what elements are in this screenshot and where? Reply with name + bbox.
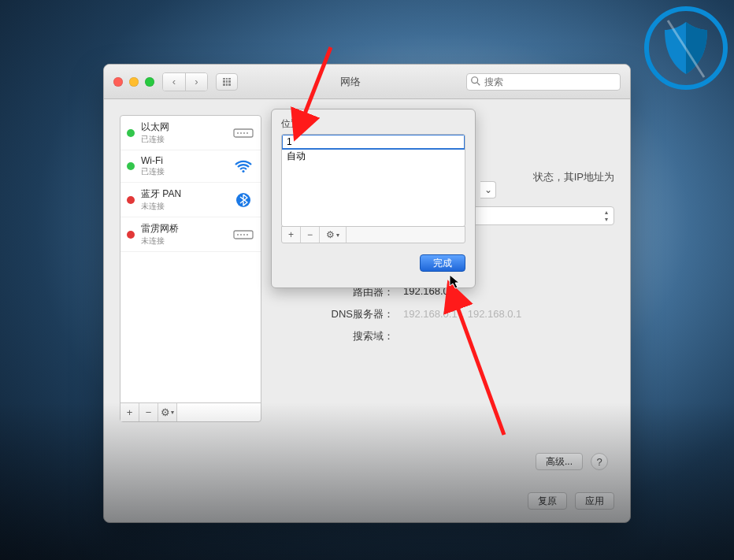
chevron-down-icon: ▾: [171, 409, 174, 416]
apply-button[interactable]: 应用: [575, 492, 614, 510]
service-subtitle: 已连接: [141, 134, 226, 145]
desktop-background: ‹ › 网络 位 ⌄: [0, 0, 734, 560]
cursor-icon: [449, 274, 462, 290]
network-services-sidebar: 以太网 已连接: [120, 115, 261, 422]
svg-point-4: [237, 132, 239, 134]
gear-icon: ⚙︎: [326, 229, 335, 240]
close-window-button[interactable]: [113, 77, 123, 87]
wifi-icon: [232, 158, 254, 174]
dialog-footer: + − ⚙︎▾: [281, 226, 465, 243]
traffic-lights: [113, 77, 154, 87]
search-input[interactable]: [466, 73, 621, 91]
sidebar-footer: + − ⚙︎▾: [120, 402, 261, 421]
status-dot: [127, 162, 135, 170]
location-name: 自动: [287, 150, 306, 163]
service-bluetooth-pan[interactable]: 蓝牙 PAN 未连接: [120, 183, 261, 217]
edit-locations-dialog: 位置 自动 + − ⚙︎▾ 完成: [271, 109, 476, 288]
minimize-window-button[interactable]: [129, 77, 139, 87]
done-button-label: 完成: [433, 258, 452, 269]
show-all-prefs-button[interactable]: [216, 73, 238, 91]
chevron-down-icon: ▾: [336, 232, 339, 239]
gear-icon: ⚙︎: [161, 406, 170, 418]
service-wifi[interactable]: Wi-Fi 已连接: [120, 150, 261, 183]
app-shield-logo: [644, 6, 728, 90]
remove-location-button[interactable]: −: [301, 227, 320, 243]
svg-line-2: [477, 82, 480, 84]
searchdomain-label: 搜索域：: [276, 329, 394, 343]
revert-button-label: 复原: [538, 495, 557, 508]
advanced-button[interactable]: 高级...: [536, 453, 583, 470]
service-thunderbolt-bridge[interactable]: 雷雳网桥 未连接: [120, 217, 261, 252]
service-subtitle: 未连接: [141, 201, 226, 212]
advanced-button-label: 高级...: [546, 455, 573, 469]
location-name-input[interactable]: [287, 136, 460, 147]
svg-point-7: [247, 132, 248, 134]
bluetooth-icon: [232, 192, 254, 208]
service-name: Wi-Fi: [141, 155, 226, 166]
locations-list[interactable]: 自动: [281, 134, 465, 227]
search-icon: [470, 76, 481, 87]
zoom-window-button[interactable]: [145, 77, 154, 87]
svg-point-8: [242, 170, 244, 172]
revert-button[interactable]: 复原: [528, 492, 567, 510]
stepper-icon: ▴▾: [601, 209, 612, 223]
location-row-editing[interactable]: [282, 135, 465, 149]
dns-value: 192.168.0.1，192.168.0.1: [403, 307, 521, 321]
service-name: 蓝牙 PAN: [141, 187, 226, 201]
dialog-title: 位置: [281, 117, 465, 131]
service-gear-button[interactable]: ⚙︎▾: [158, 403, 177, 421]
status-dot: [127, 231, 135, 239]
svg-point-14: [247, 234, 248, 235]
forward-button[interactable]: ›: [185, 73, 207, 91]
status-dot: [127, 129, 135, 137]
location-popup-right-arrow[interactable]: ⌄: [480, 181, 496, 198]
location-row[interactable]: 自动: [282, 149, 465, 163]
svg-point-13: [243, 234, 245, 235]
window-title: 网络: [340, 75, 361, 89]
location-gear-button[interactable]: ⚙︎▾: [320, 227, 347, 243]
chevron-down-icon: ⌄: [484, 184, 492, 195]
service-subtitle: 已连接: [141, 166, 226, 177]
add-location-button[interactable]: +: [282, 227, 301, 243]
thunderbolt-bridge-icon: [232, 227, 254, 243]
network-services-list[interactable]: 以太网 已连接: [120, 116, 261, 402]
grid-icon: [223, 78, 231, 86]
dns-label: DNS服务器：: [276, 307, 394, 321]
service-name: 以太网: [141, 121, 226, 134]
done-button[interactable]: 完成: [420, 254, 465, 272]
svg-point-1: [472, 76, 478, 83]
add-service-button[interactable]: +: [120, 403, 139, 421]
back-button[interactable]: ‹: [163, 73, 185, 91]
svg-point-11: [237, 234, 239, 235]
service-ethernet[interactable]: 以太网 已连接: [120, 116, 261, 150]
ethernet-icon: [232, 125, 254, 141]
nav-segmented-control: ‹ ›: [162, 72, 208, 91]
service-name: 雷雳网桥: [141, 222, 226, 235]
help-icon: ?: [596, 456, 602, 468]
svg-point-12: [240, 234, 242, 235]
status-dot: [127, 196, 135, 204]
svg-point-6: [243, 132, 245, 134]
remove-service-button[interactable]: −: [139, 403, 158, 421]
apply-button-label: 应用: [585, 495, 604, 508]
search-field-wrap: [466, 73, 621, 91]
svg-point-5: [240, 132, 242, 134]
help-button[interactable]: ?: [591, 453, 608, 470]
window-toolbar: ‹ › 网络: [104, 65, 630, 99]
service-subtitle: 未连接: [141, 235, 226, 247]
